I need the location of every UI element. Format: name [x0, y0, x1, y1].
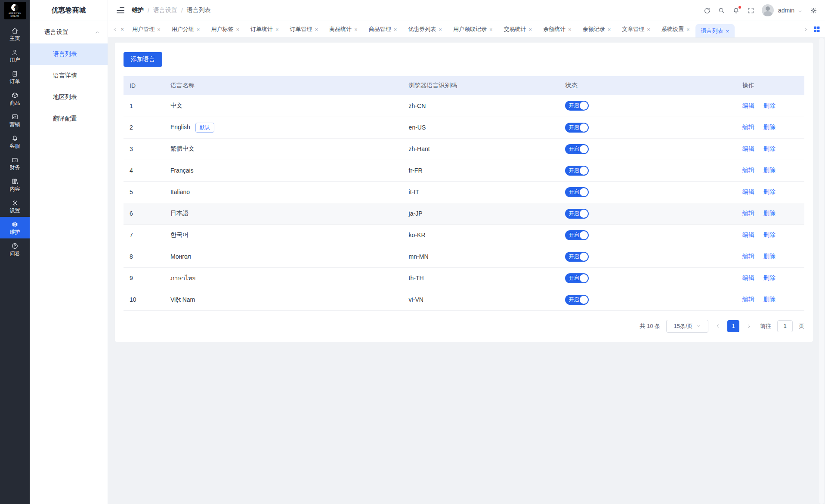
- chevron-down-icon[interactable]: [798, 8, 803, 13]
- edit-link[interactable]: 编辑: [742, 274, 754, 281]
- tab[interactable]: 余额统计 ×: [538, 21, 577, 37]
- tabs-scroll-right-icon[interactable]: [801, 21, 810, 37]
- tab-close-icon[interactable]: ×: [394, 27, 397, 32]
- tab[interactable]: 余额记录 ×: [577, 21, 617, 37]
- page-number-1[interactable]: 1: [727, 320, 739, 332]
- clipped-tab-close-icon[interactable]: ×: [120, 21, 127, 37]
- sidebar-item-marketing[interactable]: 营销: [0, 109, 30, 131]
- sidebar-item-survey[interactable]: 问卷: [0, 238, 30, 260]
- tab[interactable]: 语言列表 ×: [695, 24, 735, 37]
- tab[interactable]: 商品管理 ×: [363, 21, 403, 37]
- avatar[interactable]: [762, 4, 774, 16]
- tab-close-icon[interactable]: ×: [157, 27, 161, 32]
- app-logo: A AMERICAN DREAM: [0, 0, 30, 21]
- tab[interactable]: 优惠券列表 ×: [402, 21, 448, 37]
- tab-close-icon[interactable]: ×: [686, 27, 690, 32]
- tab[interactable]: 商品统计 ×: [324, 21, 363, 37]
- edit-link[interactable]: 编辑: [742, 210, 754, 216]
- tab[interactable]: 用户管理 ×: [127, 21, 166, 37]
- breadcrumb-item-language-settings[interactable]: 语言设置: [153, 6, 177, 14]
- refresh-icon[interactable]: [703, 7, 711, 14]
- tab-close-icon[interactable]: ×: [354, 27, 358, 32]
- edit-link[interactable]: 编辑: [742, 124, 754, 130]
- sidebar-item-support[interactable]: 客服: [0, 131, 30, 152]
- status-toggle[interactable]: 开启: [565, 230, 589, 240]
- tab-close-icon[interactable]: ×: [529, 27, 532, 32]
- status-toggle[interactable]: 开启: [565, 123, 589, 133]
- delete-link[interactable]: 删除: [763, 210, 776, 216]
- search-icon[interactable]: [718, 7, 725, 14]
- tabs-scroll-left-icon[interactable]: [111, 21, 120, 37]
- delete-link[interactable]: 删除: [763, 188, 776, 195]
- status-toggle[interactable]: 开启: [565, 187, 589, 197]
- tab[interactable]: 文章管理 ×: [616, 21, 656, 37]
- breadcrumb-item-maintenance[interactable]: 维护: [132, 6, 144, 14]
- sidebar-item-settings[interactable]: 设置: [0, 195, 30, 217]
- edit-link[interactable]: 编辑: [742, 296, 754, 303]
- gear-icon[interactable]: [810, 7, 817, 14]
- sidebar-item-users[interactable]: 用户: [0, 45, 30, 66]
- prev-page-icon[interactable]: [714, 324, 721, 329]
- submenu-item-language-list[interactable]: 语言列表: [30, 43, 108, 65]
- tab-close-icon[interactable]: ×: [439, 27, 442, 32]
- tab-options-grid-icon[interactable]: [810, 21, 821, 37]
- tab[interactable]: 订单统计 ×: [245, 21, 284, 37]
- status-toggle[interactable]: 开启: [565, 144, 589, 154]
- submenu-item-region-list[interactable]: 地区列表: [30, 87, 108, 108]
- edit-link[interactable]: 编辑: [742, 231, 754, 238]
- tab-close-icon[interactable]: ×: [726, 28, 729, 34]
- sidebar-fold-icon[interactable]: [117, 7, 124, 13]
- sidebar-item-maintenance[interactable]: 维护: [0, 217, 30, 238]
- tab-close-icon[interactable]: ×: [275, 27, 279, 32]
- status-toggle[interactable]: 开启: [565, 101, 589, 111]
- username[interactable]: admin: [778, 7, 794, 14]
- sidebar-item-label: 客服: [10, 143, 20, 148]
- add-language-button[interactable]: 添加语言: [124, 52, 162, 67]
- sidebar-item-orders[interactable]: 订单: [0, 66, 30, 88]
- edit-link[interactable]: 编辑: [742, 145, 754, 152]
- tab-close-icon[interactable]: ×: [236, 27, 239, 32]
- tab[interactable]: 用户标签 ×: [205, 21, 245, 37]
- delete-link[interactable]: 删除: [763, 167, 776, 173]
- fullscreen-icon[interactable]: [747, 7, 754, 14]
- delete-link[interactable]: 删除: [763, 274, 776, 281]
- delete-link[interactable]: 删除: [763, 296, 776, 303]
- submenu-item-translation-config[interactable]: 翻译配置: [30, 108, 108, 130]
- delete-link[interactable]: 删除: [763, 102, 776, 109]
- delete-link[interactable]: 删除: [763, 145, 776, 152]
- status-toggle[interactable]: 开启: [565, 166, 589, 176]
- next-page-icon[interactable]: [745, 324, 752, 329]
- edit-link[interactable]: 编辑: [742, 102, 754, 109]
- sidebar-item-content[interactable]: 内容: [0, 174, 30, 195]
- delete-link[interactable]: 删除: [763, 231, 776, 238]
- status-toggle[interactable]: 开启: [565, 273, 589, 283]
- notification-bell-icon[interactable]: [732, 7, 740, 14]
- status-toggle[interactable]: 开启: [565, 209, 589, 219]
- sidebar-item-home[interactable]: 主页: [0, 23, 30, 45]
- edit-link[interactable]: 编辑: [742, 167, 754, 173]
- status-toggle[interactable]: 开启: [565, 252, 589, 262]
- tab-close-icon[interactable]: ×: [568, 27, 572, 32]
- tab-close-icon[interactable]: ×: [608, 27, 611, 32]
- page-size-select[interactable]: 15条/页: [666, 320, 708, 333]
- scrollbar-track[interactable]: [819, 38, 824, 504]
- tab[interactable]: 订单管理 ×: [284, 21, 324, 37]
- tab-close-icon[interactable]: ×: [647, 27, 650, 32]
- tab-close-icon[interactable]: ×: [315, 27, 318, 32]
- submenu-group-language-settings[interactable]: 语言设置: [30, 21, 108, 43]
- sidebar-item-finance[interactable]: 财务: [0, 152, 30, 174]
- delete-link[interactable]: 删除: [763, 253, 776, 260]
- tab[interactable]: 系统设置 ×: [656, 21, 695, 37]
- tab-close-icon[interactable]: ×: [197, 27, 200, 32]
- edit-link[interactable]: 编辑: [742, 188, 754, 195]
- goto-page-input[interactable]: [777, 320, 793, 332]
- edit-link[interactable]: 编辑: [742, 253, 754, 260]
- sidebar-item-goods[interactable]: 商品: [0, 88, 30, 109]
- status-toggle[interactable]: 开启: [565, 295, 589, 305]
- tab-close-icon[interactable]: ×: [489, 27, 493, 32]
- delete-link[interactable]: 删除: [763, 124, 776, 130]
- tab[interactable]: 用户分组 ×: [166, 21, 206, 37]
- submenu-item-language-detail[interactable]: 语言详情: [30, 65, 108, 87]
- tab[interactable]: 交易统计 ×: [498, 21, 538, 37]
- tab[interactable]: 用户领取记录 ×: [448, 21, 498, 37]
